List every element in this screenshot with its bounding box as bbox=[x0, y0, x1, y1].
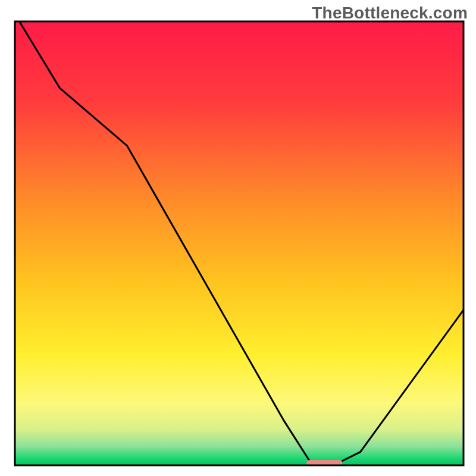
bottleneck-chart bbox=[0, 0, 476, 476]
chart-container: TheBottleneck.com bbox=[0, 0, 476, 476]
watermark-text: TheBottleneck.com bbox=[312, 4, 468, 23]
gradient-background bbox=[15, 21, 464, 465]
plot-area bbox=[15, 21, 464, 466]
